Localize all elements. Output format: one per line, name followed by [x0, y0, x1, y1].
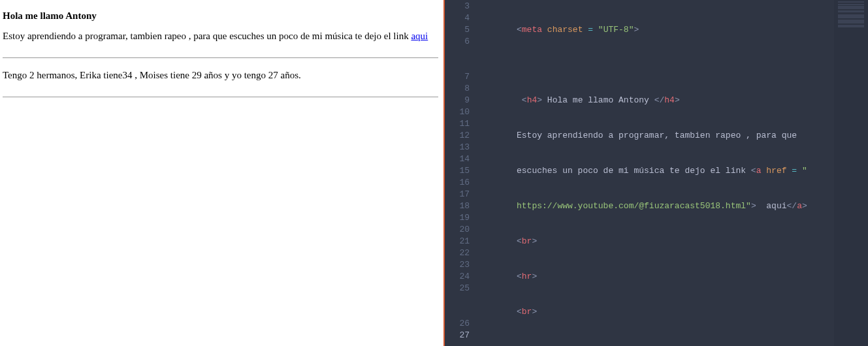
- line-number: 9: [445, 95, 470, 106]
- line-number: 19: [445, 212, 470, 224]
- line-number: [445, 294, 470, 306]
- code-line: <hr>: [477, 271, 834, 283]
- code-line: <br>: [477, 236, 834, 247]
- line-number: [445, 59, 470, 71]
- code-line: <h4> Hola me llamo Antony </h4>: [477, 95, 834, 106]
- br-gap: [3, 61, 438, 70]
- line-number: 5: [445, 24, 470, 36]
- horizontal-rule-1: [3, 57, 438, 58]
- code-editor-pane[interactable]: 3 4 5 6 7 8 9 10 11 12 13 14 15 16 17 18…: [443, 0, 868, 346]
- line-number: 24: [445, 271, 470, 283]
- line-number: 15: [445, 165, 470, 177]
- code-line: [477, 341, 834, 346]
- line-number: 6: [445, 36, 470, 48]
- minimap-blob: [838, 4, 864, 5]
- line-number: 3: [445, 1, 470, 12]
- br-gap: [3, 85, 438, 94]
- code-line: <br>: [477, 306, 834, 318]
- line-number: 25: [445, 283, 470, 294]
- siblings-paragraph: Tengo 2 hermanos, Erika tiene34 , Moises…: [3, 70, 438, 81]
- line-number: 18: [445, 200, 470, 212]
- line-number: 22: [445, 247, 470, 259]
- minimap-blob: [838, 1, 864, 3]
- line-number: 8: [445, 83, 470, 95]
- line-number: [445, 48, 470, 59]
- intro-text: Estoy aprendiendo a programar, tambien r…: [3, 31, 411, 41]
- code-area[interactable]: <meta charset = "UTF-8"> <h4> Hola me ll…: [477, 0, 834, 346]
- code-line: [477, 59, 834, 71]
- line-number-gutter: 3 4 5 6 7 8 9 10 11 12 13 14 15 16 17 18…: [445, 0, 477, 346]
- line-number: 13: [445, 142, 470, 153]
- line-number: 10: [445, 106, 470, 118]
- line-number: 7: [445, 71, 470, 83]
- line-number: 17: [445, 189, 470, 200]
- code-line: https://www.youtube.com/@fiuzaracast5018…: [477, 200, 834, 212]
- code-line: <meta charset = "UTF-8">: [477, 24, 834, 36]
- line-number: 23: [445, 259, 470, 271]
- minimap-blob: [838, 10, 864, 12]
- horizontal-rule-2: [3, 97, 438, 97]
- minimap-blob: [838, 20, 864, 24]
- line-number: 14: [445, 153, 470, 165]
- line-number: 12: [445, 130, 470, 142]
- line-number: 16: [445, 177, 470, 189]
- minimap-blob: [838, 25, 864, 27]
- line-number-current: 27: [445, 330, 470, 341]
- code-line: escuches un poco de mi música te dejo el…: [477, 165, 834, 177]
- minimap-blob: [838, 14, 864, 18]
- line-number: 20: [445, 224, 470, 236]
- br-gap: [3, 46, 438, 55]
- line-number: 21: [445, 236, 470, 247]
- page-heading: Hola me llamo Antony: [3, 10, 438, 22]
- line-number: 4: [445, 12, 470, 24]
- music-link[interactable]: aqui: [411, 31, 428, 41]
- line-number: 11: [445, 118, 470, 130]
- line-number: [445, 306, 470, 318]
- browser-output-pane: Hola me llamo Antony Estoy aprendiendo a…: [0, 0, 443, 346]
- line-number: 26: [445, 318, 470, 330]
- minimap-blob: [838, 6, 864, 9]
- minimap[interactable]: [834, 0, 868, 346]
- intro-paragraph: Estoy aprendiendo a programar, tambien r…: [3, 31, 438, 42]
- code-line: Estoy aprendiendo a programar, tambien r…: [477, 130, 834, 142]
